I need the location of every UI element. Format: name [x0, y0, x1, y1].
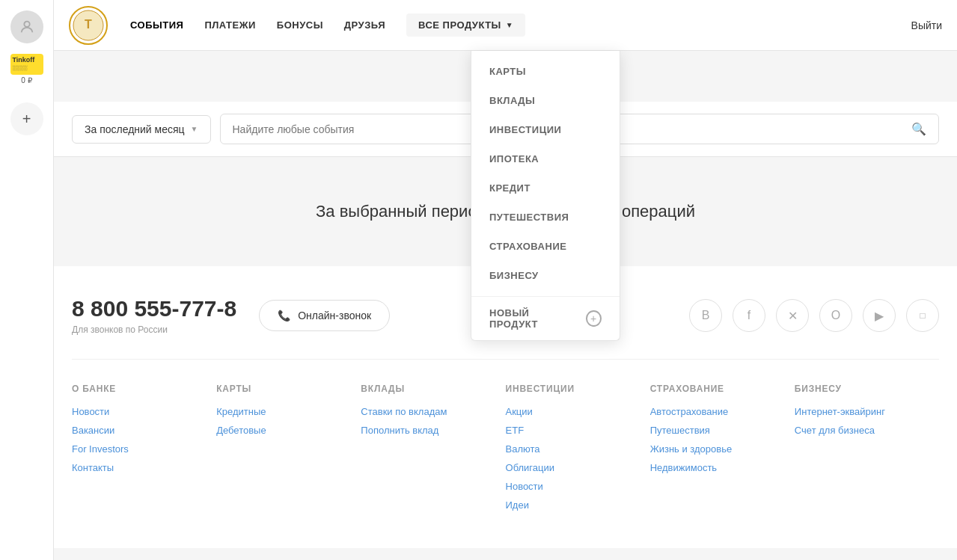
- card-pattern: ░░░░: [13, 65, 41, 71]
- dropdown-item-business[interactable]: БИЗНЕСУ: [471, 261, 620, 290]
- balance: 0 ₽: [21, 76, 31, 84]
- all-products-label: ВСЕ ПРОДУКТЫ: [418, 19, 501, 31]
- dropdown-item-cards[interactable]: КАРТЫ: [471, 57, 620, 86]
- sidebar: Tinkoff ░░░░ 0 ₽ +: [0, 0, 54, 560]
- nav-item-payments[interactable]: ПЛАТЕЖИ: [204, 19, 255, 31]
- footer-col-insurance: СТРАХОВАНИЕ Автострахование Путешествия …: [650, 384, 795, 518]
- search-icon: 🔍: [911, 122, 926, 136]
- footer-link-acquiring[interactable]: Интернет-эквайринг: [795, 406, 939, 417]
- footer-link-stocks[interactable]: Акции: [506, 406, 650, 417]
- footer-link-vacancies[interactable]: Вакансии: [72, 425, 216, 436]
- footer-col-about: О БАНКЕ Новости Вакансии For Investors К…: [72, 384, 216, 518]
- footer-link-debit-cards[interactable]: Дебетовые: [216, 425, 361, 436]
- footer-columns: О БАНКЕ Новости Вакансии For Investors К…: [72, 384, 939, 518]
- footer-link-deposit-rates[interactable]: Ставки по вкладам: [361, 406, 505, 417]
- dropdown-item-deposits[interactable]: ВКЛАДЫ: [471, 86, 620, 115]
- nav-item-friends[interactable]: ДРУЗЬЯ: [344, 19, 385, 31]
- footer-col-deposits-header: ВКЛАДЫ: [361, 384, 505, 394]
- social-icons: В f ✕ О ▶ □: [689, 299, 939, 332]
- new-product-label: НОВЫЙ ПРОДУКТ: [489, 307, 578, 330]
- all-products-dropdown: КАРТЫ ВКЛАДЫ ИНВЕСТИЦИИ ИПОТЕКА КРЕДИТ П…: [471, 51, 620, 341]
- nav-item-all-products[interactable]: ВСЕ ПРОДУКТЫ ▼: [406, 13, 525, 37]
- footer-link-news[interactable]: Новости: [72, 406, 216, 417]
- social-instagram[interactable]: □: [906, 299, 939, 332]
- phone-block: 8 800 555-777-8 Для звонков по России: [72, 296, 236, 335]
- tinkoff-card[interactable]: Tinkoff ░░░░: [10, 54, 43, 75]
- footer-link-travel-insurance[interactable]: Путешествия: [650, 425, 795, 436]
- footer-col-deposits: ВКЛАДЫ Ставки по вкладам Пополнить вклад: [361, 384, 505, 518]
- footer-col-investments: ИНВЕСТИЦИИ Акции ETF Валюта Облигации Но…: [506, 384, 650, 518]
- social-youtube[interactable]: ▶: [863, 299, 896, 332]
- avatar[interactable]: [10, 10, 43, 43]
- footer-link-invest-news[interactable]: Новости: [506, 481, 650, 492]
- dropdown-item-insurance[interactable]: СТРАХОВАНИЕ: [471, 232, 620, 261]
- dropdown-section: КАРТЫ ВКЛАДЫ ИНВЕСТИЦИИ ИПОТЕКА КРЕДИТ П…: [471, 51, 620, 296]
- footer-link-contacts[interactable]: Контакты: [72, 462, 216, 473]
- footer-link-credit-cards[interactable]: Кредитные: [216, 406, 361, 417]
- footer-link-property-insurance[interactable]: Недвижимость: [650, 462, 795, 473]
- footer-col-investments-header: ИНВЕСТИЦИИ: [506, 384, 650, 394]
- logout-button[interactable]: Выйти: [911, 19, 942, 31]
- nav-item-bonuses[interactable]: БОНУСЫ: [277, 19, 323, 31]
- period-selector[interactable]: За последний месяц ▼: [72, 115, 211, 144]
- svg-text:T: T: [85, 18, 92, 31]
- footer-col-business-header: БИЗНЕСУ: [795, 384, 939, 394]
- footer-col-cards: КАРТЫ Кредитные Дебетовые: [216, 384, 361, 518]
- call-btn-label: Онлайн-звонок: [298, 310, 371, 321]
- chevron-down-icon: ▼: [506, 21, 513, 29]
- footer-link-deposit-replenish[interactable]: Пополнить вклад: [361, 425, 505, 436]
- add-button[interactable]: +: [10, 102, 43, 135]
- call-button[interactable]: 📞 Онлайн-звонок: [259, 300, 390, 331]
- logo[interactable]: T: [69, 6, 108, 45]
- period-label: За последний месяц: [85, 123, 185, 135]
- footer-col-cards-header: КАРТЫ: [216, 384, 361, 394]
- card-label: Tinkoff: [13, 56, 35, 64]
- footer-link-currency[interactable]: Валюта: [506, 443, 650, 455]
- footer-link-life-insurance[interactable]: Жизнь и здоровье: [650, 443, 795, 455]
- social-ok[interactable]: О: [819, 299, 852, 332]
- social-vk[interactable]: В: [689, 299, 722, 332]
- header: T СОБЫТИЯ ПЛАТЕЖИ БОНУСЫ ДРУЗЬЯ ВСЕ ПРОД…: [54, 0, 957, 51]
- footer-col-insurance-header: СТРАХОВАНИЕ: [650, 384, 795, 394]
- footer-link-bonds[interactable]: Облигации: [506, 462, 650, 473]
- dropdown-item-travel[interactable]: ПУТЕШЕСТВИЯ: [471, 203, 620, 232]
- nav-item-events[interactable]: СОБЫТИЯ: [130, 19, 183, 31]
- new-product-item[interactable]: НОВЫЙ ПРОДУКТ +: [471, 296, 620, 340]
- dropdown-item-credit[interactable]: КРЕДИТ: [471, 173, 620, 203]
- footer-link-business-account[interactable]: Счет для бизнеса: [795, 425, 939, 436]
- phone-number: 8 800 555-777-8: [72, 296, 236, 321]
- phone-icon: 📞: [278, 310, 290, 321]
- phone-sub: Для звонков по России: [72, 324, 236, 335]
- social-twitter[interactable]: ✕: [776, 299, 809, 332]
- footer-link-investors[interactable]: For Investors: [72, 443, 216, 455]
- svg-point-0: [24, 22, 29, 27]
- footer-link-etf[interactable]: ETF: [506, 425, 650, 436]
- period-chevron-icon: ▼: [191, 125, 198, 133]
- dropdown-item-mortgage[interactable]: ИПОТЕКА: [471, 144, 620, 173]
- dropdown-item-investments[interactable]: ИНВЕСТИЦИИ: [471, 115, 620, 144]
- plus-circle-icon: +: [586, 310, 602, 327]
- social-facebook[interactable]: f: [733, 299, 765, 332]
- nav: СОБЫТИЯ ПЛАТЕЖИ БОНУСЫ ДРУЗЬЯ ВСЕ ПРОДУК…: [130, 13, 525, 37]
- footer-col-business: БИЗНЕСУ Интернет-эквайринг Счет для бизн…: [795, 384, 939, 518]
- footer-link-ideas[interactable]: Идеи: [506, 499, 650, 511]
- footer-link-auto-insurance[interactable]: Автострахование: [650, 406, 795, 417]
- footer-col-about-header: О БАНКЕ: [72, 384, 216, 394]
